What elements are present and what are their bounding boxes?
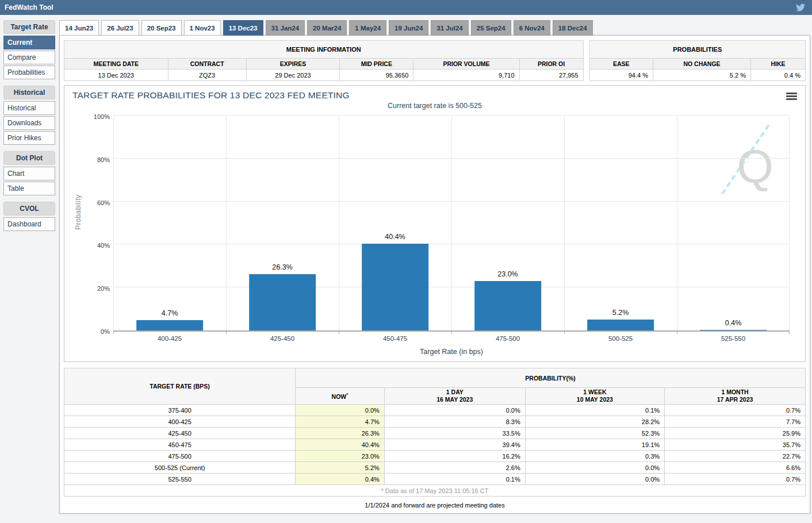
col-1-month: 1 MONTH17 APR 2023 [665, 388, 806, 405]
x-axis-tick [564, 332, 565, 334]
chart-panel: TARGET RATE PROBABILITIES FOR 13 DEC 202… [64, 85, 806, 362]
probability-cell: 6.6% [665, 462, 806, 474]
col-ease: EASE [589, 59, 653, 70]
sidebar-item-current[interactable]: Current [3, 36, 55, 49]
app-title: FedWatch Tool [5, 3, 53, 11]
col-now: NOW* [296, 388, 385, 405]
x-axis-title: Target Rate (in bps) [113, 348, 790, 356]
rate-cell: 500-525 (Current) [64, 462, 296, 474]
bar-column-475-500: 23.0% [451, 117, 564, 330]
y-tick-label: 40% [97, 242, 110, 249]
bar-450-475[interactable] [362, 244, 428, 330]
x-axis-tick [339, 332, 339, 334]
twitter-icon[interactable] [796, 3, 805, 12]
tab-20-sep23[interactable]: 20 Sep23 [141, 20, 182, 36]
category-label-500-525: 500-525 [564, 335, 677, 342]
y-tick-label: 100% [94, 113, 110, 120]
bar-425-450[interactable] [249, 274, 316, 330]
probability-cell: 0.3% [525, 451, 664, 462]
tab-26-jul23[interactable]: 26 Jul23 [101, 20, 139, 36]
data-as-of-footnote: * Data as of 17 May 2023 11:05:16 CT [64, 485, 806, 497]
y-axis-label: Probability [74, 188, 82, 236]
tab-25-sep24[interactable]: 25 Sep24 [471, 20, 511, 36]
col-1-day: 1 DAY16 MAY 2023 [384, 388, 525, 405]
sidebar-item-historical[interactable]: Historical [3, 101, 55, 115]
y-tick-label: 20% [97, 285, 110, 292]
chart-menu-icon[interactable] [786, 93, 797, 101]
probability-cell: 25.9% [665, 428, 806, 439]
rate-cell: 425-450 [64, 428, 296, 439]
tab-20-mar24[interactable]: 20 Mar24 [307, 20, 347, 36]
tab-6-nov24[interactable]: 6 Nov24 [514, 20, 550, 36]
category-label-475-500: 475-500 [451, 335, 564, 342]
probability-cell: 0.7% [665, 405, 806, 416]
tab-31-jul24[interactable]: 31 Jul24 [431, 20, 468, 36]
sidebar-section-target-rate[interactable]: Target Rate [3, 20, 55, 34]
bar-column-525-550: 0.4% [677, 117, 790, 330]
tab-31-jan24[interactable]: 31 Jan24 [266, 20, 305, 36]
top-bar: FedWatch Tool [0, 0, 812, 15]
bar-value-label: 0.4% [677, 319, 790, 327]
tab-13-dec23[interactable]: 13 Dec23 [223, 20, 263, 36]
rate-table-col1-header: TARGET RATE (BPS) [64, 368, 296, 405]
y-tick-label: 60% [97, 199, 110, 206]
expires-value: 29 Dec 2023 [246, 70, 339, 81]
tab-18-dec24[interactable]: 18 Dec24 [553, 20, 593, 36]
sidebar-item-compare[interactable]: Compare [3, 51, 55, 64]
probabilities-title: PROBABILITIES [589, 41, 805, 59]
col-meeting-date: MEETING DATE [64, 59, 168, 70]
bar-value-label: 23.0% [451, 270, 564, 278]
bar-value-label: 4.7% [113, 309, 226, 317]
col-no-change: NO CHANGE [653, 59, 750, 70]
probability-cell: 0.0% [525, 462, 664, 474]
rate-table-group-header: PROBABILITY(%) [296, 368, 806, 388]
probability-cell: 16.2% [384, 451, 525, 462]
probability-cell: 7.7% [665, 416, 806, 428]
sidebar-item-dashboard[interactable]: Dashboard [3, 217, 55, 231]
meeting-info-row: 13 Dec 2023 ZQZ3 29 Dec 2023 95.3650 9,7… [64, 70, 584, 81]
col-hike: HIKE [751, 59, 806, 70]
rate-cell: 450-475 [64, 439, 296, 451]
col-prior-oi: PRIOR OI [519, 59, 583, 70]
category-label-400-425: 400-425 [113, 335, 226, 342]
x-axis-tick [113, 332, 114, 334]
sidebar-item-probabilities[interactable]: Probabilities [3, 66, 55, 79]
probability-cell: 33.5% [384, 428, 525, 439]
probability-cell: 0.1% [525, 405, 664, 416]
prior-oi-value: 27,955 [519, 70, 583, 81]
bar-525-550[interactable] [700, 330, 767, 331]
bar-column-400-425: 4.7% [113, 117, 226, 330]
bar-500-525[interactable] [587, 320, 654, 330]
x-axis-tick [451, 332, 452, 334]
tab-19-jun24[interactable]: 19 Jun24 [389, 20, 428, 36]
sidebar-section-historical[interactable]: Historical [3, 86, 55, 99]
rate-cell: 475-500 [64, 451, 296, 462]
rate-table-row-500-525-current: 500-525 (Current)5.2%2.6%0.0%6.6% [64, 462, 806, 474]
tab-1-nov23[interactable]: 1 Nov23 [184, 20, 221, 36]
rate-cell: 375-400 [64, 405, 296, 416]
bar-475-500[interactable] [474, 281, 541, 330]
probabilities-row: 94.4 % 5.2 % 0.4 % [589, 70, 805, 81]
sidebar-item-prior-hikes[interactable]: Prior Hikes [3, 131, 55, 145]
sidebar-section-cvol[interactable]: CVOL [3, 202, 55, 216]
category-label-450-475: 450-475 [339, 335, 451, 342]
bar-column-450-475: 40.4% [339, 117, 451, 330]
rate-table-row-425-450: 425-45026.3%33.5%52.3%25.9% [64, 428, 806, 439]
contract-value: ZQZ3 [168, 70, 246, 81]
tab-14-jun23[interactable]: 14 Jun23 [59, 20, 99, 36]
rate-table-body: 375-4000.0%0.0%0.1%0.7%400-4254.7%8.3%28… [64, 405, 806, 485]
bar-400-425[interactable] [136, 320, 203, 330]
now-probability-cell: 23.0% [296, 451, 385, 462]
meeting-date-value: 13 Dec 2023 [64, 70, 168, 81]
tab-1-may24[interactable]: 1 May24 [349, 20, 386, 36]
chart-subtitle: Current target rate is 500-525 [70, 102, 799, 110]
sidebar-item-downloads[interactable]: Downloads [3, 116, 55, 130]
now-probability-cell: 0.0% [296, 405, 385, 416]
rate-table: TARGET RATE (BPS) PROBABILITY(%) NOW* 1 … [64, 368, 806, 497]
rate-table-row-375-400: 375-4000.0%0.0%0.1%0.7% [64, 405, 806, 416]
sidebar-section-dot-plot[interactable]: Dot Plot [3, 151, 55, 165]
sidebar-item-chart[interactable]: Chart [3, 167, 55, 180]
category-label-425-450: 425-450 [226, 335, 339, 342]
sidebar-item-table[interactable]: Table [3, 182, 55, 195]
probability-cell: 2.6% [384, 462, 525, 474]
